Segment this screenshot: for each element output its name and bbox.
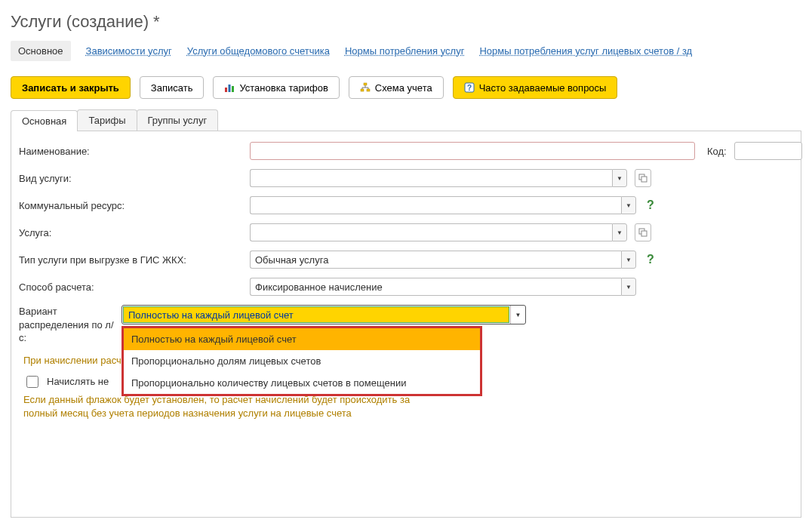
label-calc-method: Способ расчета: xyxy=(19,281,245,293)
form-tabs: Основная Тарифы Группы услуг xyxy=(11,109,801,131)
dropdown-icon[interactable]: ▼ xyxy=(612,223,627,241)
help-icon[interactable]: ? xyxy=(647,253,654,266)
name-input[interactable] xyxy=(250,142,695,160)
label-name: Наименование: xyxy=(19,146,245,157)
org-chart-icon xyxy=(360,82,371,93)
label-service-kind: Вид услуги: xyxy=(19,173,245,184)
tab-main[interactable]: Основная xyxy=(11,110,78,131)
scheme-label: Схема учета xyxy=(375,82,432,94)
toolbar: Записать и закрыть Записать Установка та… xyxy=(11,76,801,99)
set-tariffs-label: Установка тарифов xyxy=(239,82,328,94)
nav-bar: Основное Зависимости услуг Услуги общедо… xyxy=(11,41,801,61)
open-external-button[interactable] xyxy=(635,223,651,241)
open-external-button[interactable] xyxy=(635,169,651,187)
bar-chart-icon xyxy=(224,82,235,93)
label-distribution: Вариант распределения по л/с: xyxy=(19,305,117,345)
dropdown-icon[interactable]: ▼ xyxy=(621,251,636,269)
nav-tab-main[interactable]: Основное xyxy=(11,41,71,61)
nav-link-norms[interactable]: Нормы потребления услуг xyxy=(345,45,464,57)
faq-label: Часто задаваемые вопросы xyxy=(479,82,607,94)
svg-rect-0 xyxy=(225,88,227,92)
calc-method-combo[interactable]: Фиксированное начисление ▼ xyxy=(250,278,636,296)
calc-method-field[interactable]: Фиксированное начисление xyxy=(250,278,621,296)
label-service: Услуга: xyxy=(19,227,245,238)
nav-link-norms-accounts[interactable]: Нормы потребления услуг лицевых счетов /… xyxy=(479,45,692,57)
tab-groups[interactable]: Группы услуг xyxy=(137,109,219,131)
distribution-combo[interactable]: Полностью на каждый лицевой счет ▼ xyxy=(121,305,526,324)
dropdown-icon[interactable]: ▼ xyxy=(612,169,627,187)
distribution-dropdown-wrapper: Полностью на каждый лицевой счет ▼ Полно… xyxy=(121,305,526,324)
svg-rect-4 xyxy=(361,89,364,91)
help-icon[interactable]: ? xyxy=(647,198,654,212)
form-body: Наименование: Код: Вид услуги: ▼ Коммуна… xyxy=(11,131,801,518)
nav-link-common-meter[interactable]: Услуги общедомового счетчика xyxy=(187,45,330,57)
service-kind-combo[interactable]: ▼ xyxy=(250,169,627,187)
svg-rect-3 xyxy=(364,83,367,85)
label-communal-resource: Коммунальный ресурс: xyxy=(19,200,245,211)
distribution-option-full[interactable]: Полностью на каждый лицевой счет xyxy=(124,328,480,350)
hint-full-month: Если данный флажок будет установлен, то … xyxy=(23,393,446,420)
checkbox-full-month-label: Начислять не xyxy=(47,376,109,387)
svg-rect-2 xyxy=(232,86,234,92)
page-title: Услуги (создание) * xyxy=(11,12,801,32)
communal-resource-field[interactable] xyxy=(250,196,621,214)
service-kind-field[interactable] xyxy=(250,169,612,187)
faq-button[interactable]: ? Часто задаваемые вопросы xyxy=(453,76,618,99)
save-close-button[interactable]: Записать и закрыть xyxy=(11,76,131,99)
dropdown-icon[interactable]: ▼ xyxy=(621,196,636,214)
svg-rect-5 xyxy=(367,89,370,91)
question-icon: ? xyxy=(464,82,475,93)
distribution-option-count[interactable]: Пропорционально количеству лицевых счето… xyxy=(124,372,480,394)
distribution-selected[interactable]: Полностью на каждый лицевой счет xyxy=(123,306,509,323)
distribution-dropdown-list: Полностью на каждый лицевой счет Пропорц… xyxy=(121,326,482,396)
dropdown-icon[interactable]: ▼ xyxy=(510,306,525,324)
svg-rect-11 xyxy=(641,231,647,236)
tab-tariffs[interactable]: Тарифы xyxy=(77,109,137,131)
set-tariffs-button[interactable]: Установка тарифов xyxy=(213,76,339,99)
distribution-option-shares[interactable]: Пропорционально долям лицевых счетов xyxy=(124,350,480,372)
service-combo[interactable]: ▼ xyxy=(250,223,627,241)
gis-type-field[interactable]: Обычная услуга xyxy=(250,251,621,269)
svg-rect-9 xyxy=(641,177,647,182)
service-field[interactable] xyxy=(250,223,612,241)
save-button[interactable]: Записать xyxy=(140,76,205,99)
scheme-button[interactable]: Схема учета xyxy=(349,76,444,99)
code-input[interactable] xyxy=(734,142,802,160)
communal-resource-combo[interactable]: ▼ xyxy=(250,196,636,214)
nav-link-dependencies[interactable]: Зависимости услуг xyxy=(86,45,172,57)
label-gis-type: Тип услуги при выгрузке в ГИС ЖКХ: xyxy=(19,254,245,266)
checkbox-full-month[interactable] xyxy=(26,376,38,388)
gis-type-combo[interactable]: Обычная услуга ▼ xyxy=(250,251,636,269)
dropdown-icon[interactable]: ▼ xyxy=(621,278,636,296)
svg-rect-1 xyxy=(229,85,231,92)
label-code: Код: xyxy=(707,146,727,157)
svg-text:?: ? xyxy=(467,84,472,92)
